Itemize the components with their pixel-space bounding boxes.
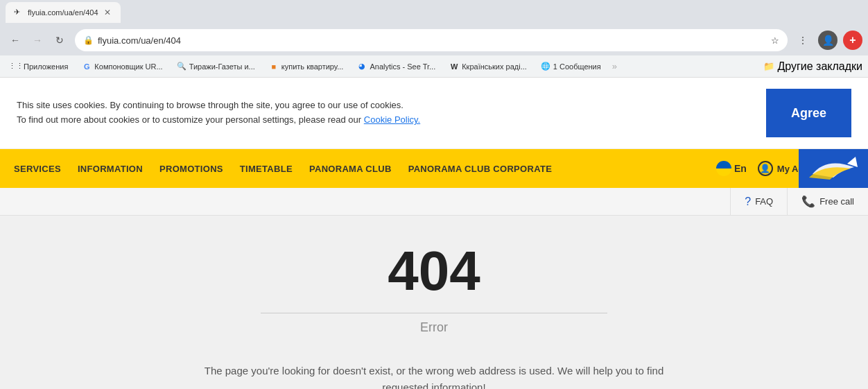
main-content: 404 Error The page you're looking for do… xyxy=(0,216,868,389)
nav-buttons: ← → ↻ xyxy=(6,31,69,50)
cookie-line1: This site uses cookies. By continuing to… xyxy=(17,98,420,113)
tabs-bar: ✈ flyuia.com/ua/en/404 ✕ xyxy=(0,0,868,25)
error-label: Error xyxy=(420,320,448,335)
cookie-policy-link[interactable]: Cookie Policy. xyxy=(364,114,420,125)
kvartiru-icon: ■ xyxy=(269,62,279,71)
nav-link-information[interactable]: INFORMATION xyxy=(78,164,143,174)
sub-navigation: ? FAQ 📞 Free call xyxy=(0,188,868,216)
new-tab-button[interactable]: + xyxy=(843,31,862,50)
error-divider xyxy=(261,313,607,313)
tirazhi-icon: 🔍 xyxy=(177,62,186,71)
folder-icon: 📁 xyxy=(763,61,774,71)
bookmark-label: Ккраїнських раді... xyxy=(462,62,527,71)
uia-logo-svg xyxy=(806,153,861,184)
faq-icon: ? xyxy=(745,196,751,208)
url-text: flyuia.com/ua/en/404 xyxy=(98,35,767,46)
bookmark-folder[interactable]: 📁 Другие закладки xyxy=(763,60,862,73)
messages-icon: 🌐 xyxy=(541,62,550,71)
address-bar[interactable]: 🔒 flyuia.com/ua/en/404 ☆ xyxy=(75,29,788,51)
nav-link-timetable[interactable]: TIMETABLE xyxy=(240,164,293,174)
nav-link-panorama-club-corporate[interactable]: PANORAMA CLUB CORPORATE xyxy=(408,164,552,174)
forward-button[interactable]: → xyxy=(28,31,47,50)
main-navigation: SERVICES INFORMATION PROMOTIONS TIMETABL… xyxy=(0,149,868,188)
free-call-label: Free call xyxy=(819,196,854,207)
folder-label: Другие закладки xyxy=(777,60,862,73)
cookie-line2: To find out more about cookies or to cus… xyxy=(17,113,420,128)
apps-icon: ⋮⋮ xyxy=(11,62,21,71)
flag-top xyxy=(716,161,731,168)
profile-button[interactable]: 👤 xyxy=(818,31,837,50)
bookmark-label: Компоновщик UR... xyxy=(94,62,162,71)
account-icon: 👤 xyxy=(758,161,773,176)
bookmark-google[interactable]: G Компоновщик UR... xyxy=(76,60,168,73)
agree-button[interactable]: Agree xyxy=(766,89,851,137)
browser-chrome: ✈ flyuia.com/ua/en/404 ✕ ← → ↻ 🔒 flyuia.… xyxy=(0,0,868,78)
tab-favicon: ✈ xyxy=(14,8,24,17)
faq-button[interactable]: ? FAQ xyxy=(730,188,787,215)
bookmark-analytics[interactable]: ◕ Analytics - See Tr... xyxy=(351,60,441,73)
reload-button[interactable]: ↻ xyxy=(50,31,69,50)
error-description: The page you're looking for doesn't exis… xyxy=(191,363,677,389)
active-tab[interactable]: ✈ flyuia.com/ua/en/404 ✕ xyxy=(6,2,121,23)
bookmark-label: Тиражи-Газеты и... xyxy=(189,62,255,71)
free-call-button[interactable]: 📞 Free call xyxy=(787,188,868,215)
bookmark-tirazhi[interactable]: 🔍 Тиражи-Газеты и... xyxy=(171,60,261,73)
bookmark-label: Приложения xyxy=(24,62,68,71)
nav-link-panorama-club[interactable]: PANORAMA CLUB xyxy=(309,164,392,174)
google-icon: G xyxy=(82,62,92,71)
language-label: En xyxy=(734,163,747,174)
flag-bottom xyxy=(716,168,731,176)
bookmarks-more-dots: » xyxy=(612,61,617,71)
error-code: 404 xyxy=(388,243,480,299)
browser-toolbar: ← → ↻ 🔒 flyuia.com/ua/en/404 ☆ ⋮ 👤 + xyxy=(0,25,868,55)
bookmark-apps[interactable]: ⋮⋮ Приложения xyxy=(6,60,73,73)
language-button[interactable]: En xyxy=(716,161,747,176)
phone-icon: 📞 xyxy=(801,195,815,208)
airline-logo[interactable] xyxy=(799,149,868,188)
lock-icon: 🔒 xyxy=(83,35,94,45)
cookie-banner: This site uses cookies. By continuing to… xyxy=(0,78,868,149)
bookmark-label: Analytics - See Tr... xyxy=(370,62,435,71)
nav-link-services[interactable]: SERVICES xyxy=(14,164,61,174)
tab-close-button[interactable]: ✕ xyxy=(103,6,112,19)
analytics-icon: ◕ xyxy=(357,62,367,71)
bookmark-star-icon[interactable]: ☆ xyxy=(771,35,779,46)
nav-links: SERVICES INFORMATION PROMOTIONS TIMETABL… xyxy=(14,164,716,174)
back-button[interactable]: ← xyxy=(6,31,25,50)
cookie-text: This site uses cookies. By continuing to… xyxy=(17,98,420,128)
nav-link-promotions[interactable]: PROMOTIONS xyxy=(159,164,223,174)
bookmark-kvartiru[interactable]: ■ купить квартиру... xyxy=(263,60,349,73)
ukraine-flag xyxy=(716,161,731,176)
bookmark-messages[interactable]: 🌐 1 Сообщения xyxy=(535,60,607,73)
faq-label: FAQ xyxy=(755,196,773,207)
bookmark-radio[interactable]: W Ккраїнських раді... xyxy=(444,60,532,73)
bookmarks-bar: ⋮⋮ Приложения G Компоновщик UR... 🔍 Тира… xyxy=(0,55,868,78)
radio-icon: W xyxy=(449,62,459,71)
extensions-button[interactable]: ⋮ xyxy=(793,31,813,50)
bookmark-label: 1 Сообщения xyxy=(553,62,601,71)
bookmark-label: купить квартиру... xyxy=(281,62,344,71)
tab-label: flyuia.com/ua/en/404 xyxy=(28,8,98,17)
